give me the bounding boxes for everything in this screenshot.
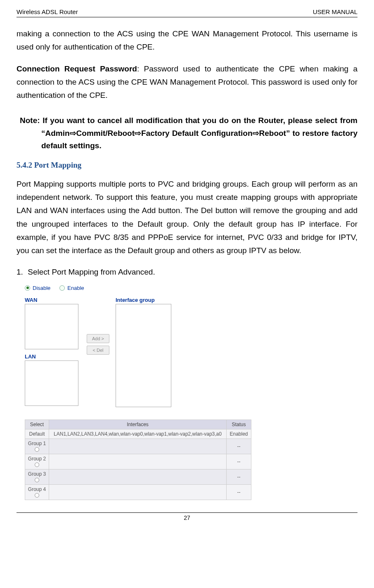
step-text-pre: Select	[28, 268, 52, 276]
arrow-icon: ⇨	[135, 129, 141, 138]
disable-label: Disable	[33, 285, 50, 291]
lan-label: LAN	[25, 353, 83, 360]
arrow-icon: ⇨	[70, 129, 76, 138]
group-radio[interactable]	[35, 462, 39, 467]
cell-status: --	[227, 454, 251, 469]
note-factory: Factory Default Configuration	[141, 129, 252, 138]
mapping-row: WAN LAN Add > < Del Interface group	[25, 297, 357, 407]
cell-interfaces	[49, 484, 227, 500]
group-label: Group 2	[28, 456, 46, 462]
table-row: Group 1 --	[25, 439, 251, 454]
group-label: Group 3	[28, 471, 46, 477]
th-status: Status	[227, 420, 251, 429]
body-paragraph-2: Connection Request Password: Password us…	[17, 62, 357, 102]
note-prefix: Note:	[20, 116, 43, 125]
cell-status: --	[227, 439, 251, 454]
page-header: Wireless ADSL Router USER MANUAL	[17, 8, 357, 17]
table-row: Group 2 --	[25, 454, 251, 469]
enable-disable-row: Disable Enable	[25, 285, 357, 291]
table-row: Group 3 --	[25, 469, 251, 484]
step-text-mid: from	[98, 268, 118, 276]
step-1: 1. Select Port Mapping from Advanced.	[17, 266, 357, 279]
th-interfaces: Interfaces	[49, 420, 227, 429]
cell-select: Group 3	[25, 469, 49, 484]
arrow-icon: ⇨	[253, 129, 259, 138]
step-text-end: .	[153, 268, 155, 276]
enable-radio[interactable]	[59, 285, 65, 291]
del-button[interactable]: < Del	[87, 346, 109, 355]
left-column: WAN LAN	[25, 297, 83, 406]
wan-label: WAN	[25, 297, 83, 303]
group-radio[interactable]	[35, 493, 39, 498]
lan-listbox[interactable]	[25, 360, 78, 406]
disable-radio[interactable]	[25, 285, 30, 291]
header-left: Wireless ADSL Router	[17, 8, 78, 15]
wan-listbox[interactable]	[25, 304, 78, 349]
groups-table: Select Interfaces Status Default LAN1,LA…	[25, 420, 251, 500]
page-number: 27	[184, 514, 190, 521]
add-button[interactable]: Add >	[87, 334, 109, 343]
th-select: Select	[25, 420, 49, 429]
buttons-column: Add > < Del	[87, 297, 111, 355]
group-label: Group 4	[28, 486, 46, 492]
cell-select: Group 4	[25, 484, 49, 500]
cell-interfaces	[49, 439, 227, 454]
cell-select: Group 2	[25, 454, 49, 469]
interface-group-label: Interface group	[116, 297, 173, 303]
body-paragraph-1: making a connection to the ACS using the…	[17, 27, 357, 54]
cell-select: Group 1	[25, 439, 49, 454]
table-row: Default LAN1,LAN2,LAN3,LAN4,wlan,wlan-va…	[25, 429, 251, 439]
section-heading: 5.4.2 Port Mapping	[17, 161, 357, 170]
conn-req-pw-label: Connection Request Password	[17, 64, 137, 73]
group-radio[interactable]	[35, 478, 39, 482]
embedded-ui: Disable Enable WAN LAN Add > < Del Inter…	[25, 285, 357, 500]
page-footer: 27	[17, 512, 357, 521]
note-commit: Commit/Reboot	[76, 129, 135, 138]
step-bold-1: Port Mapping	[52, 268, 98, 276]
right-column: Interface group	[116, 297, 173, 407]
cell-status: --	[227, 484, 251, 500]
group-radio[interactable]	[35, 447, 39, 452]
group-label: Group 1	[28, 441, 46, 446]
interface-group-listbox[interactable]	[116, 304, 171, 407]
table-header-row: Select Interfaces Status	[25, 420, 251, 429]
cell-interfaces: LAN1,LAN2,LAN3,LAN4,wlan,wlan-vap0,wlan-…	[49, 429, 227, 439]
cell-interfaces	[49, 469, 227, 484]
radio-dot-icon	[26, 287, 29, 289]
step-bold-2: Advanced	[118, 268, 153, 276]
enable-label: Enable	[67, 285, 84, 291]
page: Wireless ADSL Router USER MANUAL making …	[0, 0, 374, 529]
step-number: 1.	[17, 266, 26, 279]
header-right: USER MANUAL	[313, 8, 357, 15]
note-block: Note: If you want to cancel all modifica…	[17, 114, 357, 152]
cell-status: Enabled	[227, 429, 251, 439]
cell-status: --	[227, 469, 251, 484]
section-body: Port Mapping supports multiple ports to …	[17, 178, 357, 258]
cell-interfaces	[49, 454, 227, 469]
cell-select: Default	[25, 429, 49, 439]
table-row: Group 4 --	[25, 484, 251, 500]
